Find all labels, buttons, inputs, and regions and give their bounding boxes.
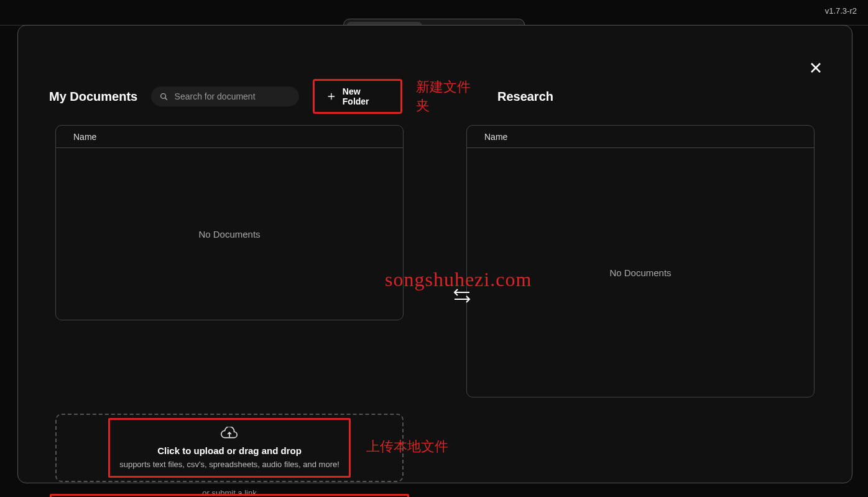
right-empty-text: No Documents	[609, 267, 671, 278]
documents-modal: My Documents New Folder 新建文件夹 Research N…	[17, 25, 852, 483]
close-icon	[808, 60, 823, 75]
swap-button[interactable]	[452, 286, 472, 308]
search-icon	[160, 92, 168, 101]
left-name-column: Name	[73, 132, 96, 142]
research-title: Research	[497, 90, 821, 104]
annotation-upload: 上传本地文件	[366, 437, 448, 456]
upload-main-text: Click to upload or drag and drop	[157, 445, 302, 456]
new-folder-label: New Folder	[343, 86, 389, 106]
upload-section: Click to upload or drag and drop support…	[55, 414, 404, 497]
left-panel-header: Name	[56, 126, 403, 148]
plus-icon	[326, 91, 336, 101]
cloud-upload-icon	[220, 427, 239, 442]
my-documents-panel: Name No Documents	[55, 125, 404, 320]
swap-icon	[452, 286, 472, 305]
url-highlight: Fetch website 请求网址	[50, 494, 409, 497]
svg-point-0	[161, 93, 166, 98]
upload-sub-text: supports text files, csv's, spreadsheets…	[119, 460, 339, 469]
panels-row: Name No Documents songshuhezi.com Name	[49, 125, 821, 397]
upload-highlight: Click to upload or drag and drop support…	[108, 418, 351, 478]
upload-dropzone[interactable]: Click to upload or drag and drop support…	[55, 414, 404, 482]
right-name-column: Name	[484, 132, 507, 142]
left-panel-body: No Documents	[56, 148, 403, 320]
my-documents-title: My Documents	[49, 90, 137, 104]
header-row: My Documents New Folder 新建文件夹 Research	[49, 81, 821, 111]
modal-content: My Documents New Folder 新建文件夹 Research N…	[49, 81, 821, 470]
close-button[interactable]	[808, 60, 823, 75]
annotation-new-folder: 新建文件夹	[416, 78, 484, 115]
left-empty-text: No Documents	[198, 229, 260, 239]
search-box[interactable]	[151, 86, 299, 106]
new-folder-highlight: New Folder	[313, 79, 402, 114]
right-panel-header: Name	[467, 126, 814, 148]
research-panel: Name No Documents	[466, 125, 815, 397]
search-input[interactable]	[175, 91, 290, 101]
new-folder-button[interactable]: New Folder	[316, 83, 399, 110]
version-label: v1.7.3-r2	[825, 6, 857, 16]
